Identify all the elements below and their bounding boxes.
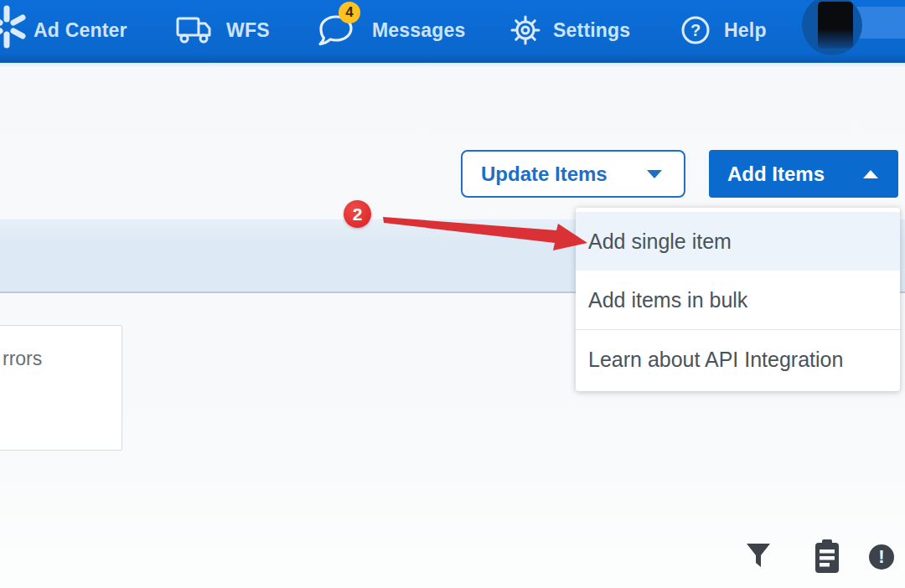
clipboard-icon[interactable] bbox=[814, 538, 840, 575]
update-items-button[interactable]: Update Items bbox=[461, 150, 685, 198]
avatar-overlay bbox=[818, 2, 853, 49]
chevron-up-icon bbox=[863, 170, 878, 178]
nav-wfs[interactable]: WFS bbox=[176, 0, 270, 60]
nav-wfs-label: WFS bbox=[226, 19, 270, 42]
summary-card: rrors bbox=[0, 325, 122, 451]
menu-item-add-single-item[interactable]: Add single item bbox=[576, 212, 900, 271]
add-items-button[interactable]: Add Items bbox=[709, 150, 898, 198]
gear-icon bbox=[509, 14, 541, 46]
alert-circle-icon[interactable]: ! bbox=[869, 544, 894, 570]
messages-count-badge: 4 bbox=[339, 2, 360, 23]
menu-item-learn-api-integration[interactable]: Learn about API Integration bbox=[576, 330, 900, 389]
step-2-badge: 2 bbox=[344, 200, 371, 228]
nav-ad-center[interactable]: Ad Center bbox=[34, 0, 127, 60]
nav-settings[interactable]: Settings bbox=[509, 0, 630, 60]
truck-icon bbox=[176, 16, 213, 44]
update-items-label: Update Items bbox=[481, 162, 608, 186]
walmart-spark-icon bbox=[0, 5, 28, 49]
chevron-down-icon bbox=[647, 170, 662, 178]
add-items-label: Add Items bbox=[727, 162, 825, 186]
summary-card-label: rrors bbox=[3, 348, 42, 370]
svg-text:?: ? bbox=[690, 21, 701, 39]
nav-ad-center-label: Ad Center bbox=[34, 19, 127, 42]
top-nav-bar: Ad Center WFS Messages 4 bbox=[0, 0, 905, 63]
topbar-glow bbox=[0, 63, 905, 68]
menu-item-add-items-in-bulk[interactable]: Add items in bulk bbox=[576, 271, 900, 329]
add-items-dropdown-menu: Add single item Add items in bulk Learn … bbox=[576, 208, 900, 391]
filter-icon[interactable] bbox=[745, 542, 772, 570]
nav-help[interactable]: ? Help bbox=[680, 0, 767, 60]
nav-messages-label: Messages bbox=[372, 19, 466, 42]
nav-help-label: Help bbox=[724, 19, 767, 42]
nav-settings-label: Settings bbox=[553, 19, 630, 42]
seller-center-screen: Ad Center WFS Messages 4 bbox=[0, 0, 905, 588]
help-circle-icon: ? bbox=[680, 15, 711, 45]
